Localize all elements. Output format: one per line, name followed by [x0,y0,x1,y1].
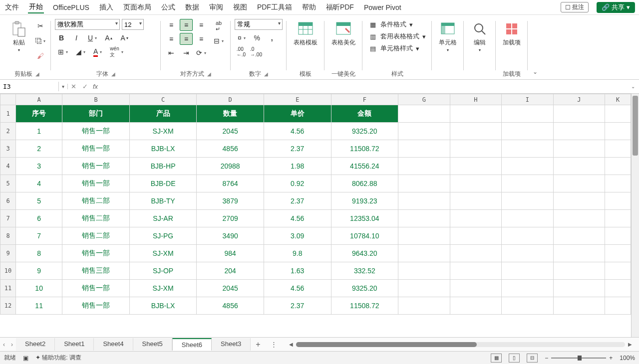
underline-button[interactable]: U▾ [85,32,100,44]
cell-A6[interactable]: 5 [16,192,62,210]
cell-G12[interactable] [398,297,450,315]
cell-G9[interactable] [398,245,450,262]
comma-button[interactable]: , [266,32,279,44]
bold-button[interactable]: B [55,32,68,44]
cell-A5[interactable]: 4 [16,175,62,192]
font-size-select[interactable] [122,19,144,30]
cell-G6[interactable] [398,192,450,210]
cell-G1[interactable] [398,105,450,123]
cell-E11[interactable]: 4.56 [264,280,331,297]
menu-foxitpdf[interactable]: 福昕PDF [325,2,355,13]
cell-K12[interactable] [605,297,631,315]
cell-C5[interactable]: BJB-DE [129,175,197,192]
merge-button[interactable]: ⊟▾ [211,35,227,47]
cell-H1[interactable] [450,105,502,123]
col-header-C[interactable]: C [129,94,197,105]
cell-J11[interactable] [553,280,605,297]
cell-I2[interactable] [502,123,554,140]
cell-I7[interactable] [502,210,554,227]
align-bottom-button[interactable]: ≡ [195,19,208,31]
menu-data[interactable]: 数据 [184,2,200,13]
conditional-format-button[interactable]: ▦条件格式▾ [366,19,415,30]
cell-B5[interactable]: 销售一部 [62,175,130,192]
cell-F12[interactable]: 11508.72 [331,297,398,315]
cell-E1[interactable]: 单价 [264,105,331,123]
cell-I10[interactable] [502,262,554,280]
zoom-thumb[interactable] [578,356,582,361]
col-header-H[interactable]: H [450,94,502,105]
cell-K5[interactable] [605,175,631,192]
row-header-6[interactable]: 6 [0,192,16,210]
cell-I9[interactable] [502,245,554,262]
sheet-tab-Sheet5[interactable]: Sheet5 [133,338,172,351]
cell-A9[interactable]: 8 [16,245,62,262]
cell-style-button[interactable]: ▤单元格样式▾ [366,43,421,54]
menu-pagelayout[interactable]: 页面布局 [122,2,152,13]
cell-B9[interactable]: 销售一部 [62,245,130,262]
vscroll-thumb[interactable] [633,96,638,156]
cell-A1[interactable]: 序号 [16,105,62,123]
cell-E4[interactable]: 1.98 [264,158,331,175]
cell-J2[interactable] [553,123,605,140]
cell-J8[interactable] [553,227,605,245]
cell-B12[interactable]: 销售一部 [62,297,130,315]
orientation-button[interactable]: ⟳▾ [195,47,208,59]
cell-B3[interactable]: 销售一部 [62,140,130,158]
addins-button[interactable]: 加载项 [500,19,524,48]
expand-formula-bar[interactable]: ⌄ [627,84,639,89]
add-sheet-button[interactable]: + [251,340,265,349]
comments-button[interactable]: ☐ 批注 [561,2,589,12]
cell-D8[interactable]: 3490 [197,227,264,245]
cell-J6[interactable] [553,192,605,210]
grid[interactable]: ABCDEFGHIJK 1序号部门产品数量单价金额21销售一部SJ-XM2045… [0,94,631,315]
cell-I5[interactable] [502,175,554,192]
cell-F6[interactable]: 9193.23 [331,192,398,210]
hscroll-right[interactable]: ▶ [625,342,635,347]
select-all-corner[interactable] [0,94,16,105]
menu-powerpivot[interactable]: Power Pivot [363,2,402,12]
cell-E10[interactable]: 1.63 [264,262,331,280]
fx-icon[interactable]: fx [91,83,100,90]
row-header-12[interactable]: 12 [0,297,16,315]
tab-nav-next[interactable]: › [8,341,16,348]
row-header-8[interactable]: 8 [0,227,16,245]
cell-K3[interactable] [605,140,631,158]
cell-I6[interactable] [502,192,554,210]
cell-A4[interactable]: 3 [16,158,62,175]
cell-H3[interactable] [450,140,502,158]
zoom-slider[interactable]: − + [545,355,613,362]
row-header-9[interactable]: 9 [0,245,16,262]
cell-C3[interactable]: BJB-LX [129,140,197,158]
cell-C11[interactable]: SJ-XM [129,280,197,297]
table-template-button[interactable]: 表格模板 [291,19,320,48]
cell-F5[interactable]: 8062.88 [331,175,398,192]
col-header-A[interactable]: A [16,94,62,105]
phonetic-button[interactable]: wén文▾ [107,46,126,58]
cell-G2[interactable] [398,123,450,140]
cell-F11[interactable]: 9325.20 [331,280,398,297]
cell-G3[interactable] [398,140,450,158]
border-button[interactable]: ⊞▾ [55,46,71,58]
cell-B7[interactable]: 销售二部 [62,210,130,227]
cell-K1[interactable] [605,105,631,123]
shrink-font-button[interactable]: A▾ [117,32,131,44]
formula-input[interactable] [100,82,627,91]
row-header-7[interactable]: 7 [0,210,16,227]
cell-D2[interactable]: 2045 [197,123,264,140]
cell-I1[interactable] [502,105,554,123]
cell-B6[interactable]: 销售二部 [62,192,130,210]
row-header-2[interactable]: 2 [0,123,16,140]
cell-A11[interactable]: 10 [16,280,62,297]
horizontal-scrollbar[interactable]: ◀ ▶ [282,342,639,347]
cell-A10[interactable]: 9 [16,262,62,280]
cell-E3[interactable]: 2.37 [264,140,331,158]
cell-C1[interactable]: 产品 [129,105,197,123]
cell-G10[interactable] [398,262,450,280]
copy-button[interactable]: ⿻▾ [34,35,47,47]
cell-H5[interactable] [450,175,502,192]
cell-E7[interactable]: 4.56 [264,210,331,227]
cell-F7[interactable]: 12353.04 [331,210,398,227]
cell-E8[interactable]: 3.09 [264,227,331,245]
number-launcher[interactable]: ◢ [264,71,268,77]
cell-K4[interactable] [605,158,631,175]
